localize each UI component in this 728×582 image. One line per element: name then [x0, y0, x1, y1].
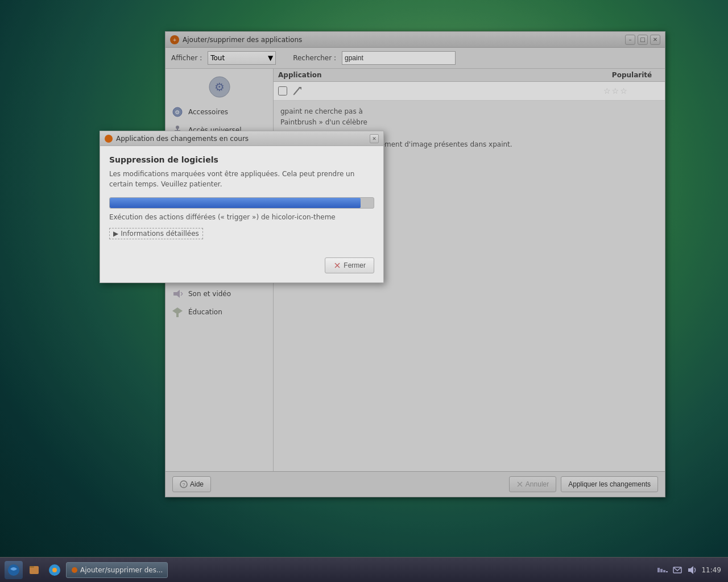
svg-rect-47	[657, 568, 660, 572]
close-x-icon	[333, 261, 341, 269]
mail-icon	[673, 566, 682, 575]
modal-titlebar: Application des changements en cours ✕	[100, 131, 383, 146]
modal-dialog: Application des changements en cours ✕ S…	[100, 131, 384, 283]
modal-status-text: Exécution des actions différées (« trigg…	[109, 213, 374, 221]
progress-bar-container	[109, 197, 374, 209]
taskbar-icon-shell[interactable]	[5, 561, 23, 579]
taskbar-app-label: Ajouter/supprimer des...	[80, 566, 163, 574]
details-label: Informations détaillées	[121, 230, 199, 238]
desktop: + Ajouter/supprimer des applications – □…	[0, 0, 728, 557]
modal-footer: Fermer	[100, 257, 383, 282]
taskbar-time: 11:49	[701, 566, 721, 574]
close-btn-label: Fermer	[344, 261, 366, 269]
taskbar-files-icon	[27, 563, 41, 577]
svg-rect-48	[660, 569, 663, 572]
taskbar-left: Ajouter/supprimer des...	[0, 561, 172, 579]
svg-rect-50	[666, 571, 668, 572]
svg-rect-43	[30, 566, 34, 568]
taskbar: Ajouter/supprimer des... 11:49	[0, 557, 728, 582]
details-arrow-icon: ▶	[113, 230, 118, 238]
taskbar-right: 11:49	[650, 565, 728, 575]
modal-title-text: Application des changements en cours	[116, 135, 366, 143]
details-toggle[interactable]: ▶ Informations détaillées	[109, 228, 203, 239]
modal-title-icon	[105, 135, 113, 143]
taskbar-app-icon	[71, 567, 78, 573]
taskbar-icon-browser[interactable]	[46, 561, 64, 579]
modal-close-icon-btn[interactable]: ✕	[370, 134, 379, 143]
svg-rect-49	[663, 570, 665, 572]
modal-heading: Suppression de logiciels	[109, 155, 374, 164]
modal-close-button[interactable]: Fermer	[325, 257, 374, 273]
modal-overlay: Application des changements en cours ✕ S…	[0, 0, 728, 557]
svg-point-45	[52, 568, 57, 572]
svg-point-46	[72, 567, 77, 573]
taskbar-app-btn[interactable]: Ajouter/supprimer des...	[66, 562, 168, 578]
taskbar-browser-icon	[48, 563, 61, 577]
volume-icon	[686, 565, 697, 575]
network-icon	[657, 566, 668, 575]
progress-bar-fill	[110, 198, 361, 208]
svg-point-38	[106, 136, 111, 141]
modal-body: Suppression de logiciels Les modificatio…	[100, 146, 383, 257]
modal-description: Les modifications marquées vont être app…	[109, 169, 374, 189]
taskbar-shell-icon	[7, 563, 20, 577]
svg-marker-52	[688, 566, 693, 574]
taskbar-icon-files[interactable]	[25, 561, 43, 579]
